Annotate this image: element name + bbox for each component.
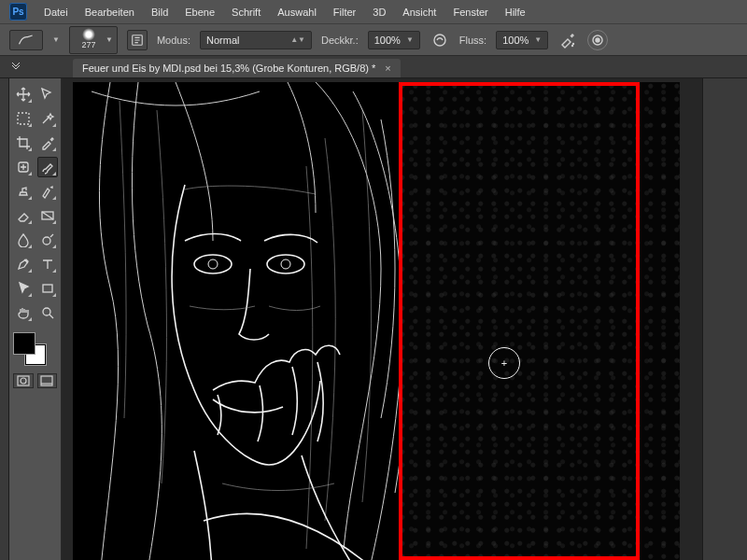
- screenmode-toggle[interactable]: [37, 373, 58, 388]
- brush-preview-dot: [82, 28, 95, 41]
- flow-label: Fluss:: [459, 35, 486, 46]
- menu-3d[interactable]: 3D: [373, 7, 386, 18]
- blend-mode-select[interactable]: Normal ▲▼: [200, 31, 312, 49]
- brush-cursor-icon: [488, 347, 520, 379]
- dodge-tool[interactable]: [37, 230, 58, 250]
- move-tool[interactable]: [13, 84, 34, 105]
- path-select-tool[interactable]: [13, 278, 34, 299]
- svg-point-3: [572, 45, 573, 46]
- eraser-tool[interactable]: [13, 205, 34, 226]
- artboard-tool[interactable]: [37, 84, 58, 105]
- quickmask-toggle[interactable]: [13, 373, 34, 388]
- svg-point-5: [596, 38, 599, 42]
- mode-label: Modus:: [157, 35, 190, 46]
- gradient-tool[interactable]: [37, 205, 58, 226]
- blend-mode-value: Normal: [206, 35, 239, 46]
- chevron-updown-icon: ▲▼: [290, 35, 305, 44]
- left-dock-strip: [0, 78, 9, 560]
- canvas-viewport[interactable]: [62, 78, 702, 560]
- foreground-swatch[interactable]: [13, 332, 35, 355]
- brush-tool[interactable]: [37, 157, 58, 177]
- svg-point-9: [43, 237, 50, 245]
- flow-value: 100%: [502, 35, 529, 46]
- svg-point-2: [573, 43, 574, 44]
- magic-wand-tool[interactable]: [37, 108, 58, 129]
- menu-help[interactable]: Hilfe: [505, 7, 526, 18]
- chevron-down-icon: ▼: [406, 35, 414, 44]
- svg-point-11: [43, 308, 50, 315]
- history-brush-tool[interactable]: [37, 181, 58, 202]
- opacity-field[interactable]: 100% ▼: [368, 31, 420, 49]
- collapse-toolbar-icon[interactable]: [9, 61, 22, 74]
- marquee-tool[interactable]: [13, 108, 34, 129]
- menu-layer[interactable]: Ebene: [185, 7, 215, 18]
- chevron-down-icon[interactable]: ▼: [52, 35, 60, 44]
- document-canvas[interactable]: [73, 82, 680, 560]
- pressure-size-icon[interactable]: [587, 30, 608, 50]
- options-bar: ▼ 277 ▼ Modus: Normal ▲▼ Deckkr.: 100% ▼…: [0, 24, 747, 56]
- svg-point-1: [434, 35, 445, 46]
- menu-type[interactable]: Schrift: [232, 7, 261, 18]
- brush-size-value: 277: [81, 40, 95, 49]
- document-tab-row: Feuer und Eis by MDI.psd bei 15,3% (Grob…: [0, 56, 747, 78]
- work-area: [0, 78, 747, 560]
- app-logo: Ps: [9, 3, 27, 21]
- menu-view[interactable]: Ansicht: [402, 7, 436, 18]
- svg-point-13: [21, 378, 26, 384]
- pen-tool[interactable]: [13, 254, 34, 274]
- type-tool[interactable]: [37, 254, 58, 274]
- document-tab-title: Feuer und Eis by MDI.psd bei 15,3% (Grob…: [82, 63, 375, 74]
- tool-preset-picker[interactable]: [9, 30, 43, 50]
- spot-heal-tool[interactable]: [13, 157, 34, 177]
- clone-stamp-tool[interactable]: [13, 181, 34, 202]
- crop-tool[interactable]: [13, 133, 34, 153]
- menu-bar: Ps Datei Bearbeiten Bild Ebene Schrift A…: [0, 0, 747, 24]
- opacity-value: 100%: [374, 35, 401, 46]
- menu-window[interactable]: Fenster: [453, 7, 487, 18]
- toolbox: [9, 78, 62, 560]
- blur-tool[interactable]: [13, 230, 34, 250]
- svg-rect-10: [43, 285, 52, 292]
- menu-edit[interactable]: Bearbeiten: [85, 7, 134, 18]
- menu-select[interactable]: Auswahl: [277, 7, 317, 18]
- color-swatches[interactable]: [13, 332, 50, 366]
- airbrush-icon[interactable]: [557, 30, 578, 50]
- document-tab[interactable]: Feuer und Eis by MDI.psd bei 15,3% (Grob…: [73, 59, 401, 77]
- eyedropper-tool[interactable]: [37, 133, 58, 153]
- hand-tool[interactable]: [13, 302, 34, 323]
- rectangle-tool[interactable]: [37, 278, 58, 299]
- pressure-opacity-icon[interactable]: [430, 30, 450, 50]
- menu-image[interactable]: Bild: [151, 7, 168, 18]
- menu-filter[interactable]: Filter: [333, 7, 356, 18]
- chevron-down-icon: ▼: [105, 35, 114, 44]
- flow-field[interactable]: 100% ▼: [496, 31, 548, 49]
- chevron-down-icon: ▼: [534, 35, 542, 44]
- zoom-tool[interactable]: [37, 302, 58, 323]
- menu-file[interactable]: Datei: [44, 7, 68, 18]
- canvas-texture-area: [400, 82, 680, 560]
- brush-panel-toggle[interactable]: [127, 30, 148, 50]
- brush-preset-picker[interactable]: 277 ▼: [69, 26, 118, 54]
- opacity-label: Deckkr.:: [321, 35, 359, 46]
- close-icon[interactable]: ×: [385, 63, 390, 74]
- right-dock-strip: [702, 78, 747, 560]
- app-logo-text: Ps: [12, 7, 23, 17]
